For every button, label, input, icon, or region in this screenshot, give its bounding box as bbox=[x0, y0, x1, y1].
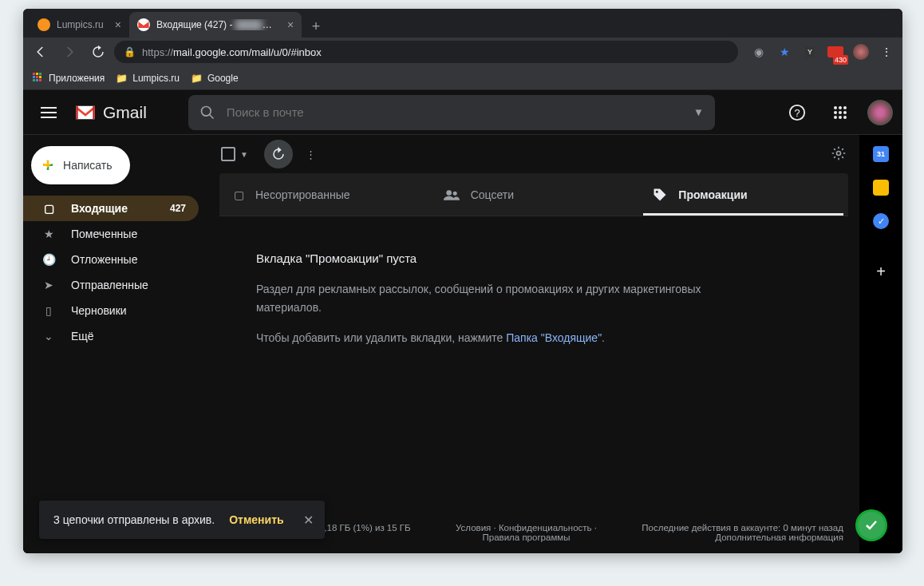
more-actions-button[interactable]: ⋮ bbox=[306, 148, 316, 160]
side-panel: 31 + bbox=[859, 135, 902, 553]
bookmark-folder[interactable]: 📁 Google bbox=[191, 73, 239, 84]
google-apps-button[interactable] bbox=[824, 97, 856, 129]
tab-promotions[interactable]: Промоакции bbox=[638, 173, 848, 216]
select-all-checkbox[interactable] bbox=[221, 147, 235, 161]
nav-drafts[interactable]: ▯ Черновики bbox=[23, 298, 199, 323]
nav-label: Помеченные bbox=[71, 228, 137, 240]
nav-inbox[interactable]: ▢ Входящие 427 bbox=[23, 196, 199, 221]
extension-icon[interactable]: Y bbox=[800, 42, 819, 61]
plus-icon: + bbox=[42, 154, 53, 176]
support-button[interactable]: ? bbox=[781, 97, 813, 129]
compose-button[interactable]: + Написать bbox=[31, 146, 130, 184]
bookmark-star-icon[interactable]: ★ bbox=[775, 42, 794, 61]
address-url: https://mail.google.com/mail/u/0/#inbox bbox=[142, 46, 729, 58]
svg-point-5 bbox=[834, 106, 837, 109]
nav-starred[interactable]: ★ Помеченные bbox=[23, 221, 199, 247]
gmail-logo[interactable]: Gmail bbox=[74, 103, 147, 122]
status-ok-badge[interactable] bbox=[858, 512, 885, 539]
svg-point-15 bbox=[446, 190, 452, 196]
policies-link[interactable]: Правила программы bbox=[482, 533, 570, 542]
tab-label: Входящие (427) - ████████ bbox=[156, 19, 276, 30]
file-icon: ▯ bbox=[41, 304, 57, 317]
empty-hint: Чтобы добавить или удалить вкладки, нажм… bbox=[256, 329, 703, 348]
browser-window: Lumpics.ru × Входящие (427) - ████████ ×… bbox=[23, 9, 902, 553]
bookmark-folder[interactable]: 📁 Lumpics.ru bbox=[116, 73, 180, 84]
nav-back-button[interactable] bbox=[28, 39, 53, 65]
main-menu-button[interactable] bbox=[33, 97, 65, 129]
address-toolbar: 🔒 https://mail.google.com/mail/u/0/#inbo… bbox=[23, 38, 902, 66]
browser-tab[interactable]: Lumpics.ru × bbox=[30, 12, 129, 38]
favicon-icon bbox=[137, 18, 150, 31]
new-tab-button[interactable]: + bbox=[305, 15, 327, 38]
lock-icon: 🔒 bbox=[124, 46, 136, 57]
reload-button[interactable] bbox=[85, 39, 111, 65]
refresh-button[interactable] bbox=[264, 140, 293, 168]
search-icon bbox=[199, 105, 215, 121]
bookmarks-bar: Приложения 📁 Lumpics.ru 📁 Google bbox=[23, 66, 902, 90]
svg-point-7 bbox=[843, 106, 847, 109]
tag-icon bbox=[653, 188, 667, 202]
tab-close-icon[interactable]: × bbox=[287, 18, 294, 31]
clock-icon: 🕘 bbox=[41, 253, 57, 266]
nav-forward-button[interactable] bbox=[57, 39, 82, 65]
tab-strip: Lumpics.ru × Входящие (427) - ████████ ×… bbox=[23, 9, 902, 38]
privacy-link[interactable]: Конфиденциальность bbox=[499, 523, 592, 533]
tab-primary[interactable]: ▢ Несортированные bbox=[219, 173, 429, 216]
inbox-icon: ▢ bbox=[41, 202, 57, 215]
account-avatar[interactable] bbox=[867, 100, 893, 125]
empty-state: Вкладка "Промоакции" пуста Раздел для ре… bbox=[256, 248, 703, 348]
mail-toolbar: ▼ ⋮ bbox=[208, 135, 859, 173]
tasks-addon-icon[interactable] bbox=[873, 213, 889, 229]
bookmark-label: Google bbox=[207, 73, 239, 84]
profile-avatar-icon[interactable] bbox=[851, 42, 871, 61]
compose-label: Написать bbox=[63, 159, 112, 172]
search-input[interactable] bbox=[227, 105, 682, 119]
tab-label: Несортированные bbox=[255, 188, 350, 201]
address-bar[interactable]: 🔒 https://mail.google.com/mail/u/0/#inbo… bbox=[114, 41, 738, 63]
select-dropdown-icon[interactable]: ▼ bbox=[240, 150, 248, 159]
tab-close-icon[interactable]: × bbox=[115, 18, 121, 31]
settings-button[interactable] bbox=[831, 145, 847, 164]
svg-point-14 bbox=[837, 151, 841, 155]
browser-tab-active[interactable]: Входящие (427) - ████████ × bbox=[129, 12, 302, 38]
svg-point-8 bbox=[834, 111, 837, 114]
nav-label: Отложенные bbox=[71, 253, 137, 266]
people-icon bbox=[444, 188, 460, 201]
eye-icon[interactable]: ◉ bbox=[749, 42, 768, 61]
search-options-icon[interactable]: ▼ bbox=[693, 106, 704, 118]
gmail-notifier-icon[interactable]: 430 bbox=[826, 42, 845, 61]
gmail-header: Gmail ▼ ? bbox=[23, 90, 902, 135]
svg-point-12 bbox=[839, 116, 842, 119]
get-addons-button[interactable]: + bbox=[876, 263, 886, 281]
calendar-addon-icon[interactable]: 31 bbox=[873, 146, 889, 162]
inbox-settings-link[interactable]: Папка "Входящие" bbox=[506, 331, 602, 344]
tab-label: Промоакции bbox=[678, 188, 747, 201]
nav-list: ▢ Входящие 427 ★ Помеченные 🕘 Отложенные… bbox=[23, 196, 208, 349]
tab-label: Lumpics.ru bbox=[57, 19, 104, 30]
tab-social[interactable]: Соцсети bbox=[429, 173, 639, 216]
toolbar-extensions: ◉ ★ Y 430 ⋮ bbox=[748, 42, 898, 61]
terms-link[interactable]: Условия bbox=[456, 523, 491, 533]
nav-label: Отправленные bbox=[71, 279, 148, 291]
activity-text: Последние действия в аккаунте: 0 минут н… bbox=[642, 523, 843, 542]
nav-label: Входящие bbox=[71, 202, 128, 215]
favicon-icon bbox=[38, 18, 50, 31]
apps-shortcut[interactable]: Приложения bbox=[33, 73, 105, 84]
nav-sent[interactable]: ➤ Отправленные bbox=[23, 272, 199, 298]
activity-details-link[interactable]: Дополнительная информация bbox=[715, 533, 843, 542]
nav-label: Ещё bbox=[71, 330, 94, 342]
nav-snoozed[interactable]: 🕘 Отложенные bbox=[23, 247, 199, 272]
apps-grid-icon bbox=[33, 73, 44, 84]
folder-icon: 📁 bbox=[116, 73, 128, 84]
bookmark-label: Lumpics.ru bbox=[132, 73, 180, 84]
search-box[interactable]: ▼ bbox=[188, 95, 715, 130]
undo-button[interactable]: Отменить bbox=[229, 513, 283, 526]
toast-message: 3 цепочки отправлены в архив. bbox=[53, 513, 215, 526]
svg-point-17 bbox=[656, 190, 658, 192]
toast-close-button[interactable]: ✕ bbox=[303, 513, 314, 528]
browser-menu-icon[interactable]: ⋮ bbox=[877, 42, 896, 61]
keep-addon-icon[interactable] bbox=[873, 180, 889, 196]
gmail-app: Gmail ▼ ? + Написат bbox=[23, 90, 902, 553]
nav-more[interactable]: ⌄ Ещё bbox=[23, 323, 199, 349]
footer-links: Условия · Конфиденциальность · Правила п… bbox=[456, 523, 597, 542]
